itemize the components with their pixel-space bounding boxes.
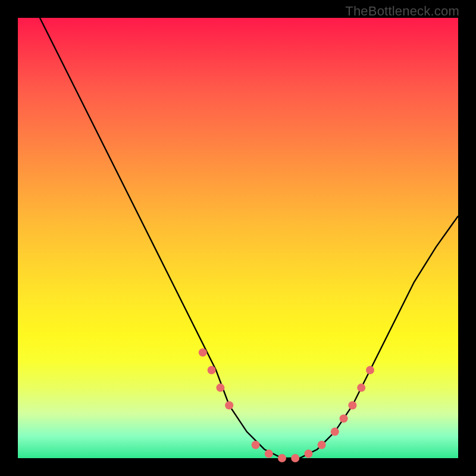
marker-dot xyxy=(318,441,326,449)
marker-dot xyxy=(199,348,207,356)
chart-frame: TheBottleneck.com xyxy=(0,0,476,476)
marker-dot xyxy=(208,366,216,374)
marker-dot xyxy=(331,428,339,436)
marker-dot xyxy=(304,450,312,458)
highlight-markers xyxy=(199,348,374,462)
marker-dot xyxy=(265,450,273,458)
watermark-text: TheBottleneck.com xyxy=(345,4,459,19)
marker-dot xyxy=(216,384,224,392)
marker-dot xyxy=(348,401,356,409)
marker-dot xyxy=(291,454,299,462)
bottleneck-curve xyxy=(40,18,458,458)
marker-dot xyxy=(357,384,365,392)
marker-dot xyxy=(278,454,286,462)
marker-dot xyxy=(225,401,233,409)
marker-dot xyxy=(366,366,374,374)
marker-dot xyxy=(340,414,348,422)
chart-svg xyxy=(18,18,458,458)
marker-dot xyxy=(252,441,260,449)
